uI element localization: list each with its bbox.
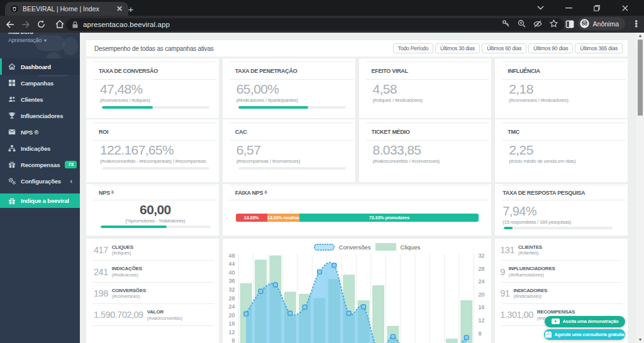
point-marker <box>288 311 292 315</box>
sidebar-item-indique-a-beeviral[interactable]: Indique a beeviral <box>0 193 80 208</box>
menu-icon[interactable]: ●●● <box>635 20 638 28</box>
metric-card: TMC2,25(#ciclo médio de venda em dias) <box>495 119 628 182</box>
point-marker <box>273 283 277 287</box>
minimize-icon[interactable] <box>561 0 576 16</box>
tab-search-icon[interactable] <box>533 0 548 16</box>
metric-hint: (#ciclo médio de venda em dias) <box>509 158 619 164</box>
scrollbar-thumb[interactable] <box>638 40 643 116</box>
back-icon[interactable] <box>6 21 14 28</box>
browser-chrome: BEEVIRAL | Home | Index ✕ + <box>0 0 644 33</box>
left-axis-tick: 8 <box>231 337 235 343</box>
close-icon[interactable] <box>618 0 633 16</box>
point-marker <box>347 311 351 315</box>
sidebar-cta-label: Indique a beeviral <box>21 197 69 204</box>
forward-icon[interactable] <box>21 21 30 28</box>
schedule-consult-button[interactable]: Agende uma consultoria gratuita <box>544 329 625 340</box>
faixa-nps-card: FAIXA NPS® 13.33%13.33% neutros73.33% pr… <box>223 184 492 236</box>
right-axis-tick: 24 <box>478 278 484 285</box>
bar-cliques <box>372 285 384 343</box>
sidebar-item-label: Dashboard <box>21 63 51 70</box>
notification-badge: 73 <box>65 161 77 168</box>
profile-chip[interactable]: Anônima <box>578 17 625 30</box>
stat-label: VALOR <box>147 309 182 315</box>
card-title: TICKET MÉDIO <box>359 123 492 140</box>
page-scrollbar[interactable]: ▲ ▼ <box>636 33 644 343</box>
left-stats-card: 417CLIQUES(#cliques)241INDICAÇÕES(#indic… <box>86 239 219 343</box>
side-panel-icon[interactable] <box>565 19 574 31</box>
scroll-down-icon[interactable]: ▼ <box>636 337 644 343</box>
point-marker <box>361 305 365 309</box>
left-axis-tick: 48 <box>228 253 235 259</box>
profile-label: Anônima <box>593 20 619 28</box>
legend-label: Cliques <box>401 244 421 251</box>
sidebar-item-label: Clientes <box>21 96 43 103</box>
sidebar-item-campanhas[interactable]: Campanhas <box>0 75 80 91</box>
filter-button--ltimos-60-dias[interactable]: Últimos 60 dias <box>482 43 526 54</box>
card-title: NPS® <box>86 185 219 200</box>
stat-number: 241 <box>94 267 108 277</box>
stat-label-block: CLIENTES(#clientes) <box>518 244 542 256</box>
stat-number: 9 <box>500 267 505 277</box>
browser-tab[interactable]: BEEVIRAL | Home | Index ✕ <box>5 2 128 16</box>
progress-track <box>101 226 211 228</box>
sidebar-item-nps[interactable]: NPS ® <box>0 124 80 140</box>
stat-hint: (#clientes) <box>518 250 542 256</box>
gears-icon <box>8 177 16 185</box>
sidebar-item-clientes[interactable]: Clientes <box>0 91 80 107</box>
sidebar-workspace-dropdown[interactable]: Apresentação ▼ <box>8 37 80 43</box>
stat-label-block: VALOR(#valorconvertido) <box>147 309 182 321</box>
progress-track <box>238 106 346 109</box>
users-icon <box>8 95 16 103</box>
stat-label: INDICADORES <box>513 288 547 294</box>
sidebar-item-influenciadores[interactable]: Influenciadores <box>0 107 80 124</box>
metric-card: ROI122.167,65%(#valorconvertido - #recom… <box>86 119 219 182</box>
left-axis-tick: 28 <box>228 295 235 302</box>
key-icon[interactable] <box>502 19 510 30</box>
maximize-icon[interactable] <box>589 0 604 16</box>
right-axis-tick: 32 <box>478 253 484 259</box>
page-header: Desempenho de todas as campanhas ativas … <box>86 40 628 57</box>
zoom-icon[interactable] <box>518 19 526 30</box>
filter-button--ltimos-90-dias[interactable]: Últimos 90 dias <box>528 43 573 54</box>
sidebar-item-label: Influenciadores <box>21 112 63 119</box>
watch-demo-button[interactable]: Assita uma demonstração <box>545 316 625 327</box>
progress-fill <box>101 226 167 228</box>
address-bar[interactable]: apresentacao.beeviral.app <box>66 18 564 31</box>
url-text: apresentacao.beeviral.app <box>83 21 170 28</box>
stat-label-block: INDICAÇÕES(#indicacoes) <box>112 266 142 278</box>
stat-row: 417CLIQUES(#cliques) <box>86 239 219 261</box>
home-icon[interactable] <box>55 20 64 28</box>
sidebar-item-recompensas[interactable]: Recompensas73 <box>0 156 80 173</box>
filter-button--ltimos-365-dias[interactable]: Últimos 365 dias <box>575 43 623 54</box>
stat-number: 1.590.702,09 <box>94 310 143 320</box>
metric-value: 8.033,85 <box>373 143 484 157</box>
bar-cliques <box>446 339 458 343</box>
left-axis-tick: 32 <box>228 286 235 293</box>
left-axis-tick: 12 <box>228 329 235 335</box>
nps-row: NPS® 60,00 (%promotores - %detratores) F… <box>86 184 628 236</box>
sidebar-item-indica-es[interactable]: Indicações <box>0 140 80 156</box>
incognito-icon <box>580 19 589 28</box>
left-axis-tick: 24 <box>228 303 235 310</box>
scroll-up-icon[interactable]: ▲ <box>636 33 644 39</box>
stat-number: 417 <box>94 245 108 255</box>
filter-button--ltimos-30-dias[interactable]: Últimos 30 dias <box>435 43 480 54</box>
tab-close-icon[interactable]: ✕ <box>116 5 123 13</box>
stat-label: CLIENTES <box>518 244 542 251</box>
favicon-bee-icon <box>11 5 18 13</box>
reload-icon[interactable] <box>37 20 45 28</box>
sidebar-item-configura-es[interactable]: Configurações‹ <box>0 173 80 189</box>
legend-label: Conversões <box>339 244 371 251</box>
stat-number: 91 <box>500 288 509 298</box>
chevron-down-icon: ▼ <box>43 38 47 43</box>
metric-card: TAXA DE PENETRAÇÃO65,00%(#indicadores / … <box>223 58 355 118</box>
eye-off-icon[interactable] <box>533 19 542 30</box>
stat-hint: (#influenciadores) <box>509 272 555 278</box>
filter-button-todo-per-odo[interactable]: Todo Período <box>393 43 433 54</box>
stat-row: 91INDICADORES(#indicadores) <box>495 283 628 304</box>
left-axis-tick: 36 <box>228 278 235 284</box>
chart-legend: ConversõesCliques <box>233 243 492 251</box>
sidebar-item-dashboard[interactable]: Dashboard <box>0 58 80 75</box>
star-icon[interactable] <box>550 19 558 30</box>
new-tab-icon[interactable]: + <box>125 3 137 15</box>
